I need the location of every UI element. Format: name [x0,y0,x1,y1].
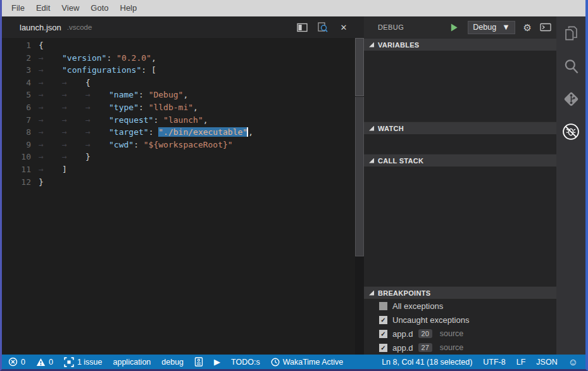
clock-icon[interactable]: WakaTime Active [271,358,344,367]
code-token: ] [62,165,67,174]
activity-search-icon[interactable] [556,49,585,82]
status-utf-8[interactable]: UTF-8 [483,358,505,367]
menu-item-file[interactable]: File [6,0,30,16]
smiley-icon[interactable]: ☺ [568,357,578,367]
status-label: application [113,358,151,367]
breakpoint-label: app.d [392,329,413,339]
code-line[interactable]: 6"type": "lldb-mi", [2,101,355,114]
scrollbar-spacer [355,16,364,38]
debug-config-dropdown[interactable]: Debug ▼ [468,21,515,34]
code-line[interactable]: 12} [2,176,355,189]
editor-scrollbar [355,16,364,355]
status-debug[interactable]: debug [161,358,184,367]
line-number: 1 [2,39,34,52]
code-line[interactable]: 3"configurations": [ [2,64,355,77]
status-todo-s[interactable]: TODO:s [231,358,260,367]
activity-files-icon[interactable] [556,16,585,49]
warning-icon[interactable]: 0 [36,358,53,367]
line-number: 2 [2,52,34,65]
code-line[interactable]: 9"cwd": "${workspaceRoot}" [2,139,355,151]
line-number-badge: 20 [418,329,432,338]
code-line[interactable]: 2"version": "0.2.0", [2,52,355,65]
activity-git-icon[interactable] [556,82,585,115]
code-line[interactable]: 10} [2,151,355,163]
breakpoint-checkbox[interactable]: ✓ [379,316,387,324]
code-token: "request" [109,115,153,125]
code-line[interactable]: 4{ [2,77,355,89]
scrollbar-thumb-lower[interactable] [355,97,364,256]
breakpoint-checkbox[interactable]: ✓ [379,344,387,352]
section-header-breakpoints[interactable]: BREAKPOINTS [364,286,556,299]
section-content-breakpoints: All exceptions✓Uncaught exceptions✓app.d… [364,299,556,355]
scrollbar-track[interactable] [355,38,364,355]
close-icon[interactable]: ✕ [337,21,350,34]
code-editor[interactable]: 1{2"version": "0.2.0",3"configurations":… [2,38,355,355]
section-header-variables[interactable]: VARIABLES [364,38,556,51]
section-header-call-stack[interactable]: CALL STACK [364,154,556,167]
code-token: "lldb-mi" [149,103,193,112]
status-ln-8-col-41-18-selected[interactable]: Ln 8, Col 41 (18 selected) [382,358,472,367]
activity-debug-disabled-icon[interactable] [556,115,585,148]
code-line[interactable]: 7"request": "launch", [2,114,355,127]
section-label: VARIABLES [378,41,419,49]
status-application[interactable]: application [113,358,151,367]
breakpoint-checkbox[interactable] [379,302,387,310]
main-area: launch.json .vscode ✕ 1{2"version": "0.2… [2,16,585,355]
scrollbar-thumb[interactable] [355,38,364,96]
profile-icon[interactable] [194,357,203,367]
menu-item-goto[interactable]: Goto [85,0,114,16]
status-bar: 001 issueapplicationdebug▶TODO:sWakaTime… [2,355,585,369]
status-lf[interactable]: LF [516,358,526,367]
section-header-watch[interactable]: WATCH [364,122,556,134]
code-line[interactable]: 1{ [2,39,355,52]
code-token: "configurations" [62,65,141,75]
collapse-twistie-icon [369,42,374,47]
code-token: "version" [62,53,106,63]
debug-config-value: Debug [473,23,496,32]
start-debug-button[interactable] [449,22,460,32]
code-line-content: "type": "lldb-mi", [39,103,198,112]
vscode-window: FileEditViewGotoHelp launch.json .vscode… [0,0,588,371]
breakpoint-row[interactable]: ✓Uncaught exceptions [364,313,556,327]
code-line[interactable]: 8"target": "./bin/executable", [2,126,355,139]
menu-item-edit[interactable]: Edit [30,0,56,16]
debug-side-panel: DEBUG Debug ▼ ⚙ VARIABLESWATCHCALL STACK… [364,16,556,355]
section-label: BREAKPOINTS [378,289,430,297]
code-line-content: ] [39,165,67,174]
code-line-content: "target": "./bin/executable", [39,127,253,137]
code-line[interactable]: 11] [2,163,355,176]
code-line-content: { [39,41,44,50]
gear-icon[interactable]: ⚙ [523,23,532,32]
indent-arrow-icon [85,126,109,139]
code-token: , [151,53,156,63]
debug-console-icon[interactable] [540,23,551,32]
status-json[interactable]: JSON [536,358,557,367]
error-icon[interactable]: 0 [8,357,25,367]
status-label: 0 [21,358,25,367]
code-token: "Debug" [149,90,184,99]
menu-item-view[interactable]: View [56,0,85,16]
code-token: : [ [141,65,156,75]
breakpoint-row[interactable]: ✓app.d20source [364,327,556,341]
dub-icon[interactable]: 1 issue [64,357,103,367]
status-label: Ln 8, Col 41 (18 selected) [382,358,472,367]
split-editor-icon[interactable] [296,21,308,34]
breakpoint-row[interactable]: All exceptions [364,299,556,313]
breakpoint-row[interactable]: ✓app.d27source [364,341,556,355]
indent-arrow-icon [39,89,62,101]
code-token: : [106,53,116,63]
editor-region: launch.json .vscode ✕ 1{2"version": "0.2… [2,16,355,355]
code-token: : [139,90,149,99]
line-number: 4 [2,77,34,89]
breakpoint-detail: source [440,329,464,338]
play-icon[interactable]: ▶ [214,358,220,366]
code-line[interactable]: 5"name": "Debug", [2,89,355,101]
status-label: WakaTime Active [283,358,344,367]
line-number-badge: 27 [418,343,432,352]
tab-filename[interactable]: launch.json [20,23,61,32]
breakpoint-checkbox[interactable]: ✓ [379,330,387,338]
code-line-content: "name": "Debug", [39,90,188,99]
menu-item-help[interactable]: Help [115,0,143,16]
play-icon: ▶ [214,358,220,366]
open-preview-icon[interactable] [316,21,329,34]
